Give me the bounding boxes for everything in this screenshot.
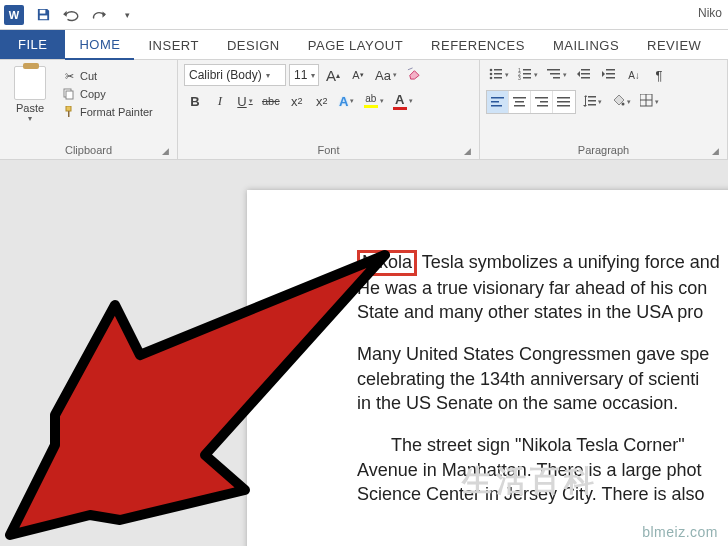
svg-text:3: 3 xyxy=(518,75,521,80)
selected-word[interactable]: Nikola xyxy=(357,250,417,276)
paragraph-launcher-icon[interactable]: ◢ xyxy=(712,146,719,156)
borders-icon xyxy=(640,94,653,110)
tab-mailings[interactable]: MAILINGS xyxy=(539,32,633,59)
svg-rect-3 xyxy=(66,91,73,99)
font-color-button[interactable]: A▾ xyxy=(390,90,416,112)
quick-access-toolbar: ▾ xyxy=(30,3,140,27)
line-spacing-button[interactable]: ▾ xyxy=(579,91,605,113)
pilcrow-icon: ¶ xyxy=(656,68,663,83)
text-effects-button[interactable]: A▾ xyxy=(336,90,358,112)
svg-rect-20 xyxy=(547,69,560,71)
ribbon: Paste ▾ ✂ Cut Copy Form xyxy=(0,60,728,160)
format-painter-button[interactable]: Format Painter xyxy=(60,104,155,120)
svg-rect-28 xyxy=(606,77,615,79)
svg-rect-37 xyxy=(537,105,548,107)
justify-button[interactable] xyxy=(553,91,575,113)
svg-rect-21 xyxy=(550,73,560,75)
bold-button[interactable]: B xyxy=(184,90,206,112)
sort-button[interactable]: A↓ xyxy=(623,64,645,86)
svg-rect-24 xyxy=(581,73,590,75)
change-case-button[interactable]: Aa▾ xyxy=(372,64,400,86)
show-marks-button[interactable]: ¶ xyxy=(648,64,670,86)
font-name-combo[interactable]: Calibri (Body) ▾ xyxy=(184,64,286,86)
align-center-button[interactable] xyxy=(509,91,531,113)
multilevel-list-button[interactable]: ▾ xyxy=(544,64,570,86)
chevron-down-icon: ▾ xyxy=(266,71,270,80)
numbering-button[interactable]: 123▾ xyxy=(515,64,541,86)
tab-design[interactable]: DESIGN xyxy=(213,32,294,59)
redo-icon[interactable] xyxy=(86,3,112,27)
tab-references[interactable]: REFERENCES xyxy=(417,32,539,59)
qat-customize-icon[interactable]: ▾ xyxy=(114,3,140,27)
paragraph-1[interactable]: Nikola Tesla symbolizes a unifying force… xyxy=(357,250,728,324)
watermark-text: 生活百科 xyxy=(462,461,598,502)
superscript-button[interactable]: x2 xyxy=(311,90,333,112)
copy-label: Copy xyxy=(80,88,106,100)
tab-review[interactable]: REVIEW xyxy=(633,32,715,59)
cut-button[interactable]: ✂ Cut xyxy=(60,68,155,84)
svg-rect-19 xyxy=(523,77,531,79)
save-icon[interactable] xyxy=(30,3,56,27)
chevron-down-icon: ▾ xyxy=(311,71,315,80)
format-painter-label: Format Painter xyxy=(80,106,153,118)
decrease-indent-button[interactable] xyxy=(573,64,595,86)
svg-rect-1 xyxy=(39,15,47,19)
svg-rect-35 xyxy=(535,97,548,99)
align-right-button[interactable] xyxy=(531,91,553,113)
clipboard-group-label: Clipboard ◢ xyxy=(6,143,171,157)
tab-home[interactable]: HOME xyxy=(65,31,134,60)
paste-dropdown-icon[interactable]: ▾ xyxy=(28,114,32,123)
svg-rect-42 xyxy=(588,100,596,102)
document-area[interactable]: Nikola Tesla symbolizes a unifying force… xyxy=(0,160,728,546)
svg-rect-43 xyxy=(588,104,596,106)
font-size-combo[interactable]: 11 ▾ xyxy=(289,64,319,86)
svg-rect-32 xyxy=(513,97,526,99)
svg-rect-31 xyxy=(491,105,502,107)
tab-page-layout[interactable]: PAGE LAYOUT xyxy=(294,32,417,59)
paragraph-group-label: Paragraph ◢ xyxy=(486,143,721,157)
svg-rect-30 xyxy=(491,101,499,103)
paragraph-2[interactable]: Many United States Congressmen gave spe … xyxy=(357,342,728,415)
paste-button[interactable]: Paste ▾ xyxy=(6,64,54,143)
paintbrush-icon xyxy=(62,105,76,119)
clear-formatting-button[interactable] xyxy=(403,64,425,86)
svg-rect-33 xyxy=(515,101,524,103)
clipboard-launcher-icon[interactable]: ◢ xyxy=(162,146,169,156)
svg-rect-11 xyxy=(494,73,502,75)
svg-line-7 xyxy=(408,68,413,70)
align-left-button[interactable] xyxy=(487,91,509,113)
cut-label: Cut xyxy=(80,70,97,82)
grow-font-button[interactable]: A▴ xyxy=(322,64,344,86)
eraser-icon xyxy=(406,67,421,83)
svg-rect-36 xyxy=(540,101,548,103)
subscript-button[interactable]: x2 xyxy=(286,90,308,112)
multilevel-icon xyxy=(547,68,561,83)
indent-icon xyxy=(602,68,616,83)
shrink-font-button[interactable]: A▾ xyxy=(347,64,369,86)
svg-rect-29 xyxy=(491,97,504,99)
svg-rect-26 xyxy=(606,69,615,71)
svg-point-8 xyxy=(490,68,493,71)
svg-rect-15 xyxy=(523,69,531,71)
borders-button[interactable]: ▾ xyxy=(637,91,662,113)
font-group-label: Font ◢ xyxy=(184,143,473,157)
bullets-button[interactable]: ▾ xyxy=(486,64,512,86)
undo-icon[interactable] xyxy=(58,3,84,27)
copy-button[interactable]: Copy xyxy=(60,86,155,102)
increase-indent-button[interactable] xyxy=(598,64,620,86)
svg-rect-39 xyxy=(557,101,570,103)
svg-rect-41 xyxy=(588,96,596,98)
shading-button[interactable]: ▾ xyxy=(608,91,634,113)
svg-marker-6 xyxy=(410,71,419,79)
scissors-icon: ✂ xyxy=(62,69,76,83)
strikethrough-button[interactable]: abc xyxy=(259,90,283,112)
svg-rect-25 xyxy=(581,77,590,79)
tab-insert[interactable]: INSERT xyxy=(134,32,212,59)
svg-rect-34 xyxy=(514,105,525,107)
font-launcher-icon[interactable]: ◢ xyxy=(464,146,471,156)
italic-button[interactable]: I xyxy=(209,90,231,112)
tab-file[interactable]: FILE xyxy=(0,30,65,59)
highlight-button[interactable]: ab▾ xyxy=(361,90,387,112)
paste-icon xyxy=(14,66,46,100)
underline-button[interactable]: U▾ xyxy=(234,90,256,112)
